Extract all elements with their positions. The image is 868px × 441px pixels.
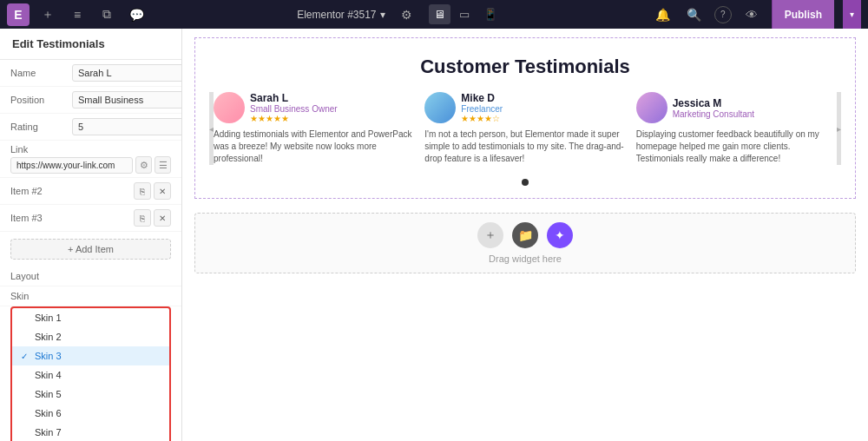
link-input[interactable]: [10, 157, 133, 174]
item-3-row: Item #3 ⎘ ✕: [0, 205, 181, 232]
testimonial-card-2: Mike D Freelancer ★★★★☆ I'm not a tech p…: [424, 92, 625, 165]
add-element-button[interactable]: ＋: [36, 3, 59, 26]
comments-button[interactable]: 💬: [125, 3, 148, 26]
topbar: E ＋ ≡ ⧉ 💬 Elementor #3517 ▾ ⚙ 🖥 ▭ 📱 🔔 🔍 …: [0, 0, 868, 29]
rating-field-row: Rating: [0, 114, 181, 141]
person-name-jessica: Jessica M: [673, 97, 755, 109]
help-icon[interactable]: ?: [714, 6, 732, 23]
name-field-row: Name ☰: [0, 60, 181, 87]
testimonial-card-3: Jessica M Marketing Consultant Displayin…: [636, 92, 837, 165]
skin-5-option[interactable]: Skin 5: [12, 385, 169, 404]
sidebar-title: Edit Testimonials: [0, 29, 181, 60]
skin-3-option[interactable]: ✓Skin 3: [12, 346, 169, 365]
avatar-mike: [424, 92, 456, 123]
topbar-left: E ＋ ≡ ⧉ 💬: [7, 3, 148, 26]
publish-dropdown-button[interactable]: ▾: [843, 0, 861, 29]
avatar-sarah: [214, 92, 245, 123]
topbar-center: Elementor #3517 ▾ ⚙ 🖥 ▭ 📱: [297, 3, 502, 26]
person-name-sarah: Sarah L: [250, 92, 338, 104]
carousel-dots: [209, 174, 841, 189]
testimonial-text-sarah: Adding testimonials with Elementor and P…: [214, 128, 414, 165]
main-layout: Edit Testimonials Name ☰ Position ☰ Rati…: [0, 29, 868, 441]
navigator-button[interactable]: ≡: [66, 3, 89, 26]
rating-sarah: ★★★★★: [250, 114, 338, 123]
logo-button[interactable]: E: [7, 3, 30, 26]
item-3-copy-button[interactable]: ⎘: [134, 209, 151, 227]
skin-2-option[interactable]: Skin 2: [12, 327, 169, 346]
layers-button[interactable]: ⧉: [95, 3, 118, 26]
skin-1-option[interactable]: Skin 1: [12, 308, 169, 327]
skin-dropdown-container: Skin 1 Skin 2 ✓Skin 3 Skin 4 Skin 5 Skin…: [0, 306, 181, 441]
publish-button[interactable]: Publish: [772, 0, 834, 29]
folder-widget-button[interactable]: 📁: [512, 222, 538, 248]
page-title[interactable]: Elementor #3517 ▾: [297, 9, 385, 21]
position-field-row: Position ☰: [0, 87, 181, 114]
skin-4-option[interactable]: Skin 4: [12, 365, 169, 385]
link-menu-icon[interactable]: ☰: [155, 156, 171, 174]
name-label: Name: [10, 68, 67, 78]
carousel-dot-1: [522, 179, 529, 186]
mobile-view-button[interactable]: 📱: [478, 4, 503, 24]
rating-label: Rating: [10, 122, 67, 132]
add-item-button[interactable]: + Add Item: [10, 239, 171, 260]
item-3-delete-button[interactable]: ✕: [154, 209, 171, 227]
canvas: Customer Testimonials ◂ Sarah L Small Bu…: [182, 29, 868, 441]
link-settings-icon[interactable]: ⚙: [135, 156, 152, 174]
layout-row: Layout: [0, 267, 181, 286]
tablet-view-button[interactable]: ▭: [454, 4, 475, 24]
name-input[interactable]: [72, 64, 182, 82]
testimonial-text-jessica: Displaying customer feedback beautifully…: [636, 128, 837, 165]
skin-label: Skin: [10, 291, 89, 301]
link-label: Link: [10, 144, 171, 155]
skin-dropdown[interactable]: Skin 1 Skin 2 ✓Skin 3 Skin 4 Skin 5 Skin…: [10, 306, 171, 441]
desktop-view-button[interactable]: 🖥: [429, 4, 450, 24]
section-title: Customer Testimonials: [209, 56, 841, 78]
testimonial-card-1: Sarah L Small Business Owner ★★★★★ Addin…: [214, 92, 414, 165]
resize-handle-right[interactable]: ▸: [837, 92, 841, 165]
position-input[interactable]: [72, 91, 182, 109]
person-role-sarah: Small Business Owner: [250, 104, 338, 114]
device-selector: 🖥 ▭ 📱: [429, 4, 503, 24]
person-role-mike: Freelancer: [461, 104, 503, 114]
preview-icon[interactable]: 👁: [740, 3, 763, 26]
widget-drop-area[interactable]: ＋ 📁 ✦ Drag widget here: [194, 213, 856, 273]
skin-row: Skin: [0, 286, 181, 306]
add-widget-button[interactable]: ＋: [477, 222, 503, 248]
item-2-delete-button[interactable]: ✕: [154, 182, 171, 200]
position-label: Position: [10, 95, 67, 105]
rating-input[interactable]: [72, 118, 182, 135]
item-2-label: Item #2: [10, 186, 130, 196]
layout-label: Layout: [10, 271, 89, 281]
sidebar: Edit Testimonials Name ☰ Position ☰ Rati…: [0, 29, 182, 441]
skin-7-option[interactable]: Skin 7: [12, 423, 169, 441]
drag-widget-text: Drag widget here: [489, 253, 562, 264]
canvas-inner: Customer Testimonials ◂ Sarah L Small Bu…: [182, 29, 868, 441]
special-widget-button[interactable]: ✦: [547, 222, 573, 248]
item-2-copy-button[interactable]: ⎘: [134, 182, 151, 200]
item-2-row: Item #2 ⎘ ✕: [0, 178, 181, 205]
testimonial-text-mike: I'm not a tech person, but Elementor mad…: [424, 128, 625, 165]
person-role-jessica: Marketing Consultant: [673, 109, 755, 119]
topbar-right: 🔔 🔍 ? 👁 Publish ▾: [652, 0, 861, 29]
search-icon[interactable]: 🔍: [683, 3, 706, 26]
link-field-row: Link ⚙ ☰: [0, 141, 181, 178]
testimonials-row: Sarah L Small Business Owner ★★★★★ Addin…: [214, 92, 837, 165]
testimonials-wrapper: ◂ Sarah L Small Business Owner ★★★★★: [209, 92, 841, 165]
item-3-label: Item #3: [10, 213, 130, 223]
settings-icon[interactable]: ⚙: [396, 3, 418, 26]
person-name-mike: Mike D: [461, 92, 503, 104]
avatar-jessica: [636, 92, 667, 123]
notifications-icon[interactable]: 🔔: [652, 3, 674, 26]
skin-6-option[interactable]: Skin 6: [12, 404, 169, 423]
skin-list: Skin 1 Skin 2 ✓Skin 3 Skin 4 Skin 5 Skin…: [12, 308, 169, 441]
rating-mike: ★★★★☆: [461, 114, 503, 123]
testimonials-section: Customer Testimonials ◂ Sarah L Small Bu…: [194, 37, 856, 199]
